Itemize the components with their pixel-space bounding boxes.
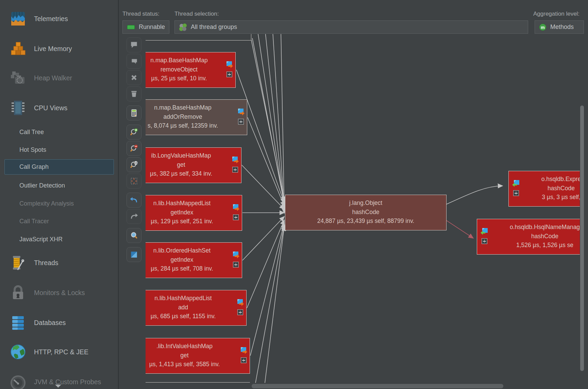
thread-selection-value: All thread groups [191, 23, 237, 31]
node-stats: s, 8,074 µs self, 12359 inv. [146, 121, 247, 130]
horizontal-scrollbar[interactable] [146, 383, 580, 389]
node-class-name: ib.LongValueHashMap [146, 151, 241, 160]
call-graph-node-hsqlnamemanager-hashcode[interactable]: o.hsqldb.HsqlNameManaghashCode1,526 µs, … [477, 219, 580, 255]
sidebar-item-heap-walker[interactable]: Heap Walker [0, 66, 118, 90]
zoom-out-button[interactable] [127, 141, 141, 156]
sidebar-item-telemetries[interactable]: Telemetries [0, 6, 118, 31]
aggregation-level-dropdown[interactable]: m Methods [535, 20, 584, 34]
sidebar-item-label: JavaScript XHR [19, 236, 63, 243]
fit-content-button[interactable] [127, 174, 141, 189]
annotation-button[interactable] [127, 54, 141, 69]
sidebar-item-cpu-views[interactable]: CPU Views [0, 96, 118, 120]
node-method-name: get [146, 160, 241, 169]
sidebar-item-complexity-analysis[interactable]: Complexity Analysis [0, 196, 118, 211]
show-callees-icon[interactable] [231, 156, 239, 164]
expand-node-icon[interactable] [233, 262, 239, 268]
zoom-actual-size-button[interactable]: 1:1 [127, 157, 141, 172]
expand-node-icon[interactable] [226, 71, 232, 77]
sidebar-item-label: Databases [34, 319, 66, 327]
sidebar-scroll-more-icon[interactable] [55, 385, 61, 388]
node-badges [231, 251, 240, 268]
redo-button[interactable] [127, 209, 141, 224]
show-callees-icon[interactable] [232, 204, 240, 212]
thread-selection-dropdown[interactable]: All thread groups [174, 20, 528, 34]
call-graph-canvas[interactable]: n.map.BaseHashMapremoveObjectµs, 25 µs s… [146, 34, 580, 383]
call-graph-node-intvaluehashmap-get[interactable]: .lib.IntValueHashMapgetµs, 1,413 µs self… [146, 338, 250, 374]
show-callees-icon[interactable] [237, 108, 245, 116]
sidebar-item-monitors-locks[interactable]: Monitors & Locks [0, 280, 118, 305]
expand-node-icon[interactable] [238, 119, 244, 125]
thread-groups-icon [179, 23, 187, 31]
show-callees-icon[interactable] [232, 251, 240, 259]
node-class-name: o.hsqldb.HsqlNameManag [477, 223, 580, 232]
call-graph-node-hashmappedlist-add[interactable]: n.lib.HashMappedListaddµs, 685 µs self, … [146, 290, 247, 326]
call-graph-node-longvaluehashmap-get[interactable]: ib.LongValueHashMapgetµs, 382 µs self, 3… [146, 147, 241, 183]
sidebar-item-call-tree[interactable]: Call Tree [0, 125, 118, 140]
expand-node-icon[interactable] [233, 214, 239, 220]
sidebar-item-call-graph[interactable]: Call Graph [4, 159, 114, 175]
sidebar-item-http-rpc-jee[interactable]: HTTP, RPC & JEE [0, 340, 118, 364]
heap-walker-icon [9, 69, 27, 87]
expand-node-icon[interactable] [241, 357, 247, 363]
find-button[interactable] [127, 228, 141, 243]
node-badges [236, 108, 245, 125]
show-callers-icon[interactable] [480, 228, 488, 236]
show-callees-icon[interactable] [225, 61, 233, 69]
undo-button[interactable] [127, 193, 141, 208]
node-stats: µs, 1,413 µs self, 3585 inv. [146, 360, 250, 369]
monitors-locks-icon [9, 284, 27, 302]
call-edge [255, 225, 284, 383]
sidebar-item-databases[interactable]: Databases [0, 310, 118, 335]
comment-button[interactable] [127, 37, 141, 52]
undo-icon [130, 196, 138, 205]
expand-node-icon[interactable] [237, 309, 243, 315]
node-method-name: getIndex [146, 208, 242, 217]
remove-button[interactable] [127, 70, 141, 85]
call-graph-node-basehashmap-addorremove[interactable]: n.map.BaseHashMapaddOrRemoves, 8,074 µs … [146, 99, 247, 135]
sidebar-item-live-memory[interactable]: Live Memory [0, 36, 118, 61]
sidebar-item-hot-spots[interactable]: Hot Spots [0, 142, 118, 158]
call-graph-node-hashmappedlist-getindex[interactable]: n.lib.HashMappedListgetIndexµs, 129 µs s… [146, 195, 242, 231]
call-edge [248, 117, 284, 206]
show-callers-icon[interactable] [512, 180, 520, 188]
call-graph-node-object-hashcode[interactable]: j.lang.ObjecthashCode24,887 µs, 23,439 µ… [285, 195, 447, 230]
sidebar-item-label: Call Tree [19, 129, 44, 136]
show-callees-icon[interactable] [236, 299, 244, 307]
sidebar-item-threads[interactable]: Threads [0, 250, 118, 275]
node-method-name: removeObject [146, 65, 235, 74]
node-method-name: get [146, 351, 250, 360]
node-stats: µs, 25 µs self, 10 inv. [146, 74, 235, 83]
call-graph-node-orderedhashset-getindex[interactable]: n.lib.OrderedHashSetgetIndexµs, 284 µs s… [146, 242, 242, 278]
zoom-actual-size-icon: 1:1 [130, 160, 138, 169]
horizontal-scrollbar-thumb[interactable] [252, 384, 503, 388]
sidebar-item-label: Heap Walker [34, 74, 72, 82]
redo-icon [130, 212, 138, 221]
node-class-name: j.lang.Object [285, 198, 446, 208]
sidebar-item-label: Live Memory [34, 45, 72, 53]
vertical-scrollbar-thumb[interactable] [580, 106, 584, 371]
zoom-in-icon [130, 128, 138, 136]
expand-node-icon[interactable] [513, 190, 519, 196]
sidebar-item-label: Call Tracer [19, 218, 49, 225]
sidebar-item-outlier-detection[interactable]: Outlier Detection [0, 178, 118, 193]
open-in-window-button[interactable] [127, 247, 141, 262]
vertical-scrollbar[interactable] [579, 34, 585, 383]
thread-status-dropdown[interactable]: Runnable [122, 20, 169, 34]
sidebar-item-javascript-xhr[interactable]: JavaScript XHR [0, 232, 118, 247]
delete-button[interactable] [127, 86, 141, 101]
call-graph-node-expression-hashcode[interactable]: o.hsqldb.ExprehashCode3 µs, 3 µs self, [508, 171, 580, 207]
sidebar-item-call-tracer[interactable]: Call Tracer [0, 214, 118, 229]
node-stats: µs, 129 µs self, 251 inv. [146, 217, 242, 226]
node-class-name: n.map.BaseHashMap [146, 103, 247, 112]
zoom-in-button[interactable] [127, 125, 141, 140]
call-graph-node-basehashmap-removeobject[interactable]: n.map.BaseHashMapremoveObjectµs, 25 µs s… [146, 52, 236, 88]
expand-node-icon[interactable] [232, 167, 238, 173]
node-method-name: add [146, 303, 246, 312]
show-callees-icon[interactable] [239, 347, 248, 355]
sidebar-item-label: Monitors & Locks [34, 289, 85, 297]
expand-node-icon[interactable] [482, 238, 487, 244]
sidebar-item-label: Hot Spots [19, 146, 46, 153]
node-method-name: addOrRemove [146, 112, 247, 121]
node-badges [225, 61, 234, 77]
calculator-button[interactable] [127, 106, 141, 120]
